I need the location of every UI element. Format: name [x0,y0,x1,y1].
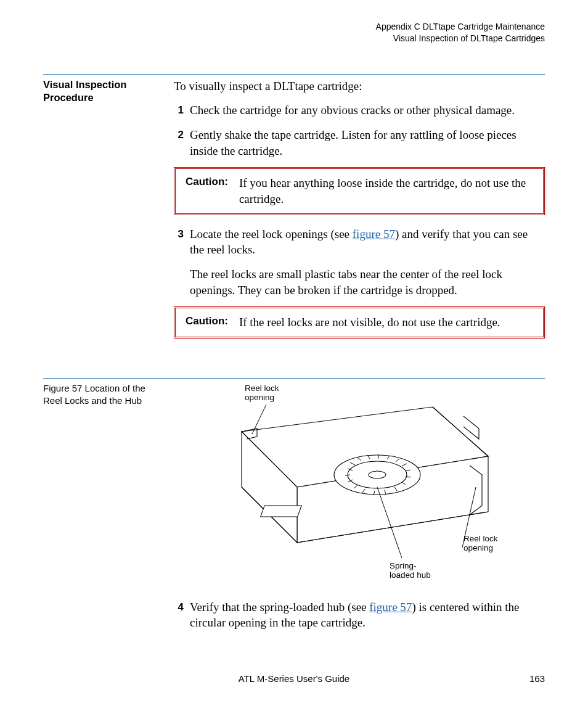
figure-link[interactable]: figure 57 [369,601,412,614]
figure-diagram: Reel lock opening Spring- loaded hub Ree… [174,382,545,594]
intro-text: To visually inspect a DLTtape cartridge: [174,78,545,94]
step-number: 2 [174,127,184,158]
header-line-1: Appendix C DLTtape Cartridge Maintenance [43,21,545,33]
caution-text: If the reel locks are not visible, do no… [239,314,533,330]
caution-box-1: Caution: If you hear anything loose insi… [174,167,545,215]
cartridge-illustration-svg: Reel lock opening Spring- loaded hub Ree… [174,382,519,592]
body-column: To visually inspect a DLTtape cartridge:… [174,78,545,350]
callout-right: Reel lock opening [463,534,500,552]
svg-point-6 [369,471,386,478]
figure-link[interactable]: figure 57 [353,228,395,240]
step-2: 2 Gently shake the tape cartridge. Liste… [174,127,545,158]
step-number: 3 [174,226,184,258]
step-text: Gently shake the tape cartridge. Listen … [190,127,545,158]
step3-paragraph: The reel locks are small plastic tabs ne… [190,266,545,298]
step-4: 4 Verify that the spring-loaded hub (see… [174,599,545,631]
header-line-2: Visual Inspection of DLTtape Cartridges [43,33,545,44]
running-header: Appendix C DLTtape Cartridge Maintenance… [43,21,545,44]
figure-rule [43,378,545,379]
step-number: 4 [174,599,184,631]
svg-rect-3 [261,506,302,517]
section-rule [43,74,545,75]
step-number: 1 [174,102,184,118]
caution-box-2: Caution: If the reel locks are not visib… [174,306,545,339]
step-text: Verify that the spring-loaded hub (see f… [190,599,545,631]
caution-text: If you hear anything loose inside the ca… [239,175,533,207]
page-footer: ATL M-Series User's Guide 163 [0,673,588,684]
callout-top: Reel lock opening [245,384,281,402]
figure-caption: Figure 57 Location of the Reel Locks and… [43,382,160,594]
page-number: 163 [529,673,545,684]
caution-label: Caution: [186,175,228,207]
step-1: 1 Check the cartridge for any obvious cr… [174,102,545,118]
step3-pre: Locate the reel lock openings (see [190,228,353,240]
caution-label: Caution: [186,314,228,330]
step-text: Check the cartridge for any obvious crac… [190,102,545,118]
step4-pre: Verify that the spring-loaded hub (see [190,601,369,614]
spacer [43,599,160,639]
side-heading: Visual Inspection Procedure [43,78,160,350]
callout-hub: Spring- loaded hub [390,561,431,580]
footer-title: ATL M-Series User's Guide [239,673,349,684]
step-text: Locate the reel lock openings (see figur… [190,226,545,258]
step-3: 3 Locate the reel lock openings (see fig… [174,226,545,258]
